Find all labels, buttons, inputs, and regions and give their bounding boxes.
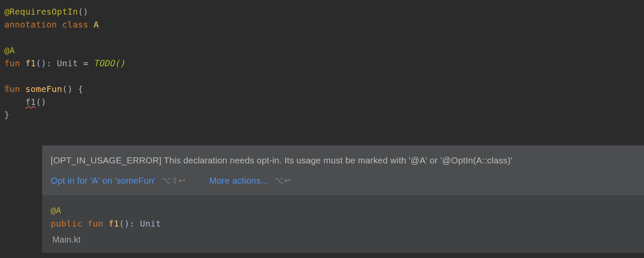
error-call[interactable]: f1	[25, 97, 36, 107]
keyword: class	[62, 19, 94, 30]
keyword: public	[51, 218, 88, 229]
gutter-icon: ⌟	[3, 108, 8, 120]
doc-line: public fun f1(): Unit	[51, 217, 635, 230]
signature: (): Unit =	[36, 58, 94, 68]
code-line-empty[interactable]	[4, 31, 644, 44]
popup-actions-row: Opt in for 'A' on 'someFun' ⌥⇧↩ More act…	[42, 169, 644, 195]
annotation: @A	[4, 45, 15, 55]
code-line[interactable]: @A	[4, 44, 644, 57]
quickfix-link[interactable]: Opt in for 'A' on 'someFun'	[51, 174, 155, 187]
more-actions-link[interactable]: More actions...	[209, 174, 268, 187]
code-line[interactable]: f1()	[4, 95, 644, 108]
quickfix-shortcut: ⌥⇧↩	[161, 175, 186, 187]
code-line[interactable]: ⌟}	[4, 108, 644, 121]
identifier: A	[94, 19, 99, 30]
doc-file-label: Main.kt	[42, 233, 644, 253]
code-line[interactable]: annotation class A	[4, 18, 644, 31]
todo-call: TODO()	[94, 58, 125, 68]
annotation: @A	[51, 205, 61, 215]
signature: () {	[62, 84, 83, 94]
code-line-empty[interactable]	[4, 70, 644, 83]
identifier: f1	[25, 58, 36, 68]
gutter-icon: ⦿	[3, 83, 11, 94]
annotation: @RequiresOptIn	[4, 6, 78, 17]
code-editor[interactable]: @RequiresOptIn() annotation class A @A f…	[0, 0, 644, 121]
identifier: someFun	[25, 84, 62, 94]
keyword: annotation	[4, 19, 62, 30]
indent	[4, 97, 25, 107]
identifier: f1	[109, 218, 119, 229]
more-actions-shortcut: ⌥↩	[274, 175, 292, 187]
keyword: fun	[88, 218, 109, 229]
code-line[interactable]: ⦿fun someFun() {	[4, 83, 644, 95]
error-message: [OPT_IN_USAGE_ERROR] This declaration ne…	[42, 145, 644, 169]
code-line[interactable]: fun f1(): Unit = TODO()	[4, 57, 644, 70]
parens: ()	[78, 6, 88, 17]
doc-line: @A	[51, 204, 635, 217]
keyword: fun	[4, 58, 25, 68]
quick-doc: @A public fun f1(): Unit	[42, 195, 644, 233]
inspection-popup: [OPT_IN_USAGE_ERROR] This declaration ne…	[42, 145, 644, 253]
signature: (): Unit	[119, 218, 161, 229]
parens: ()	[36, 97, 46, 107]
code-line[interactable]: @RequiresOptIn()	[4, 5, 644, 18]
